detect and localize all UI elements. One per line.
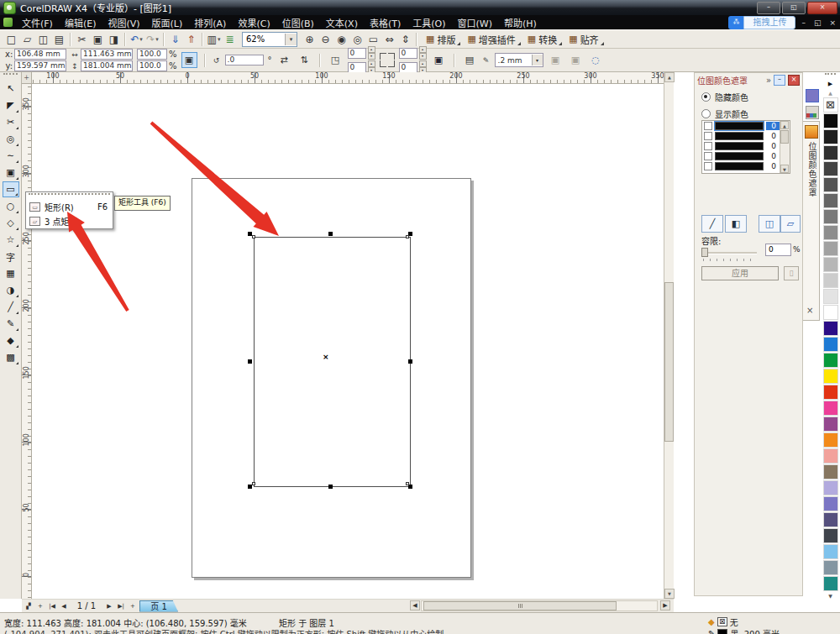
palette-scroll-down-icon[interactable]: ▼ xyxy=(823,592,838,600)
docker-collapse-icon[interactable]: » xyxy=(766,76,771,85)
toolbox-grip[interactable] xyxy=(3,73,18,80)
last-page-button[interactable]: ▶| xyxy=(116,601,126,611)
selected-rectangle[interactable] xyxy=(254,237,411,487)
spinner-down-icon[interactable]: ▾ xyxy=(419,53,427,60)
spinner[interactable]: ▴▾ xyxy=(368,46,375,60)
next-page-button[interactable]: ▶ xyxy=(104,601,114,611)
open-button[interactable]: ▱ xyxy=(19,31,35,47)
zoom-width-button[interactable]: ⇔ xyxy=(381,31,397,47)
rotation-angle-field[interactable]: .0 xyxy=(225,55,264,65)
spinner-up-icon[interactable]: ▴ xyxy=(368,60,375,67)
selection-handle-e[interactable] xyxy=(408,359,412,364)
color-docker-tab[interactable] xyxy=(806,89,819,102)
selection-handle-s[interactable] xyxy=(328,485,333,489)
minimize-button[interactable]: – xyxy=(757,2,780,14)
delete-mask-button[interactable]: ▯ xyxy=(784,266,799,280)
vertical-scroll-thumb[interactable] xyxy=(664,282,674,442)
menu-effects[interactable]: 效果(C) xyxy=(232,15,276,30)
palette-swatch[interactable] xyxy=(823,496,838,511)
checkbox-icon[interactable] xyxy=(704,122,712,130)
fill-tool[interactable]: ◆ xyxy=(3,333,19,348)
polygon-tool[interactable]: ◇ xyxy=(3,215,19,231)
palette-swatch[interactable] xyxy=(823,512,838,527)
checkbox-icon[interactable] xyxy=(704,142,712,150)
corner-node[interactable] xyxy=(406,235,409,238)
palette-flyout-icon[interactable]: ▶ xyxy=(825,80,836,89)
import-button[interactable]: ⇓ xyxy=(167,31,183,47)
mirror-vertical-button[interactable]: ⇅ xyxy=(297,52,312,68)
object-width-field[interactable]: 111.463 mm xyxy=(81,49,133,60)
welcome-screen-button[interactable]: ≣ xyxy=(222,31,238,47)
palette-swatch[interactable] xyxy=(823,225,838,240)
outline-tool[interactable]: ✎ xyxy=(3,316,19,332)
scale-y-field[interactable]: 100.0 xyxy=(137,60,167,71)
scale-x-field[interactable]: 100.0 xyxy=(137,49,167,60)
convert-outline-button[interactable]: ◌ xyxy=(588,52,604,68)
print-button[interactable]: ▤ xyxy=(51,31,67,47)
palette-swatch[interactable] xyxy=(823,337,838,352)
palette-swatch[interactable] xyxy=(823,401,838,416)
outline-width-combo[interactable]: .2 mm ▾ xyxy=(495,53,543,67)
zoom-tool[interactable]: ◎ xyxy=(3,131,19,147)
checkbox-icon[interactable] xyxy=(704,162,712,170)
three-point-rectangle-flyout-item[interactable]: ▱3 点矩形 xyxy=(26,214,113,228)
restore-button[interactable]: ◱ xyxy=(782,2,806,14)
zoom-all-button[interactable]: ◎ xyxy=(349,31,365,47)
new-button[interactable]: □ xyxy=(3,31,19,47)
slider-thumb[interactable] xyxy=(701,248,708,257)
chevron-down-icon[interactable]: ▾ xyxy=(155,36,159,43)
palette-swatch[interactable] xyxy=(823,209,838,224)
palette-swatch[interactable] xyxy=(823,145,838,160)
bitmap-color-mask-tab[interactable]: 位图颜色遮罩 × xyxy=(803,121,820,321)
no-color-swatch[interactable]: ⊠ xyxy=(823,97,838,113)
menu-arrange[interactable]: 排列(A) xyxy=(188,15,232,30)
add-page-end-button[interactable]: + xyxy=(128,601,138,611)
zoom-out-button[interactable]: ⊖ xyxy=(318,31,333,47)
scroll-up-icon[interactable]: ▲ xyxy=(664,72,675,82)
doc-minimize-button[interactable]: – xyxy=(799,18,808,27)
typeset-macro-button[interactable]: ▦排版 xyxy=(420,31,461,47)
palette-swatch[interactable] xyxy=(823,448,838,464)
scroll-right-icon[interactable]: ▶ xyxy=(660,600,670,610)
edit-color-button[interactable]: ◧ xyxy=(725,215,747,233)
spinner-up-icon[interactable]: ▴ xyxy=(368,46,375,53)
first-page-button[interactable]: |◀ xyxy=(47,601,57,611)
add-page-button[interactable]: + xyxy=(35,601,45,611)
docker-minimize-button[interactable]: – xyxy=(774,75,785,86)
zoom-height-button[interactable]: ⇕ xyxy=(397,31,413,47)
chevron-down-icon[interactable]: ▾ xyxy=(218,36,221,43)
cloud-upload-badge[interactable]: ⁂ 拖拽上传 xyxy=(728,16,795,29)
palette-swatch[interactable] xyxy=(823,432,838,448)
palette-swatch[interactable] xyxy=(823,417,838,432)
save-mask-button[interactable]: ◫ xyxy=(759,215,780,233)
spinner-up-icon[interactable]: ▴ xyxy=(419,46,427,53)
checkbox-icon[interactable] xyxy=(704,152,712,160)
mask-list-scrollbar[interactable]: ▲ ▼ xyxy=(780,121,790,173)
palette-swatch[interactable] xyxy=(823,464,838,479)
docker-close-button[interactable]: × xyxy=(788,75,800,86)
corner-radius-tr-field[interactable]: 0 xyxy=(399,48,417,59)
close-button[interactable]: × xyxy=(807,2,837,14)
palette-swatch[interactable] xyxy=(823,369,838,384)
menu-text[interactable]: 文本(X) xyxy=(320,15,364,30)
palette-docker-tab[interactable] xyxy=(806,106,819,119)
drawing-canvas[interactable]: × xyxy=(32,84,664,599)
corner-lock-button[interactable]: ▣ xyxy=(431,52,447,68)
smart-fill-tool[interactable]: ▣ xyxy=(3,165,19,181)
prev-page-button[interactable]: ◀ xyxy=(59,601,69,611)
open-mask-button[interactable]: ▱ xyxy=(780,215,801,233)
vertical-scrollbar[interactable]: ▲ ▼ xyxy=(664,72,674,599)
blend-tool[interactable]: ◑ xyxy=(3,282,19,298)
palette-swatch[interactable] xyxy=(823,177,838,192)
x-position-field[interactable]: 106.48 mm xyxy=(14,49,66,60)
export-button[interactable]: ⇑ xyxy=(183,31,199,47)
palette-swatch[interactable] xyxy=(823,385,838,400)
page-flip-button[interactable]: ▞ xyxy=(24,601,34,611)
selection-handle-n[interactable] xyxy=(328,232,333,236)
convert-macro-button[interactable]: ▦转换 xyxy=(522,31,563,47)
menu-bitmaps[interactable]: 位图(B) xyxy=(276,15,320,30)
palette-swatch[interactable] xyxy=(823,480,838,495)
mask-row[interactable]: 0 xyxy=(702,151,790,161)
spinner[interactable]: ▴▾ xyxy=(419,46,427,60)
zoom-page-button[interactable]: ▭ xyxy=(365,31,381,47)
